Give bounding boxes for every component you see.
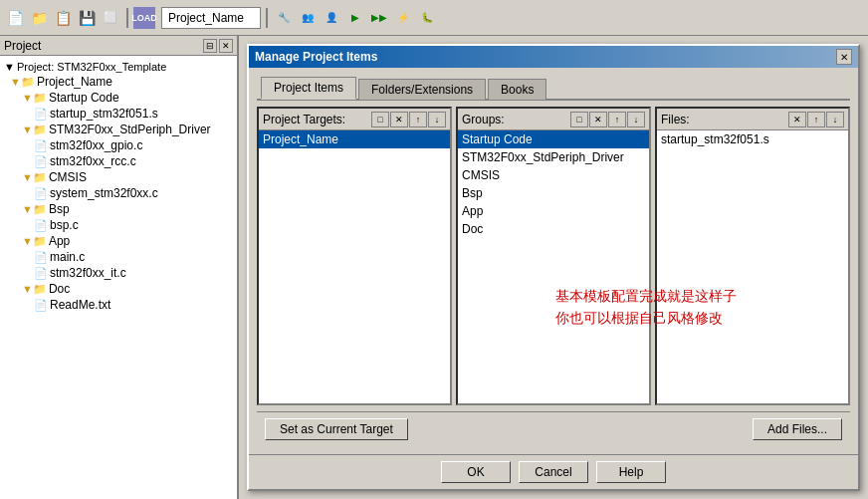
groups-icons: □ ✕ ↑ ↓	[570, 112, 645, 127]
cmsis-folder-icon: ▼📁	[22, 171, 47, 184]
tree-bsp-label: Bsp	[49, 202, 70, 216]
tree-startup-file-label: startup_stm32f051.s	[50, 107, 158, 121]
toolbar-icon-d[interactable]: ▶	[344, 7, 366, 29]
tree-item-readme[interactable]: 📄 ReadMe.txt	[2, 297, 235, 313]
tree-project-name-label: Project_Name	[37, 75, 112, 89]
groups-del-btn[interactable]: ✕	[589, 112, 607, 127]
tree-item-startup-file[interactable]: 📄 startup_stm32f051.s	[2, 106, 235, 122]
tree-bsp-c-label: bsp.c	[50, 218, 79, 232]
toolbar-icon-f[interactable]: ⚡	[392, 7, 414, 29]
add-files-button[interactable]: Add Files...	[753, 418, 842, 440]
help-button[interactable]: Help	[596, 461, 666, 483]
toolbar: 📄 📁 📋 💾 ⬜ LOAD Project_Name 🔧 👥 👤 ▶ ▶▶ ⚡…	[0, 0, 868, 36]
tree-item-root[interactable]: ▼ Project: STM32F0xx_Template	[2, 60, 235, 74]
ok-button[interactable]: OK	[441, 461, 511, 483]
groups-up-btn[interactable]: ↑	[608, 112, 626, 127]
tree-it-label: stm32f0xx_it.c	[50, 266, 126, 280]
footer-left: Set as Current Target	[265, 418, 408, 440]
tree-item-system[interactable]: 📄 system_stm32f0xx.c	[2, 185, 235, 201]
group-cmsis[interactable]: CMSIS	[458, 166, 649, 184]
tree-item-startup-code[interactable]: ▼📁 Startup Code	[2, 90, 235, 106]
tree-item-gpio[interactable]: 📄 stm32f0xx_gpio.c	[2, 137, 235, 153]
target-project-name[interactable]: Project_Name	[259, 130, 450, 148]
tree-item-doc[interactable]: ▼📁 Doc	[2, 281, 235, 297]
toolbar-save-icon[interactable]: 💾	[76, 7, 98, 29]
groups-title: Groups:	[462, 113, 505, 126]
toolbar-new-icon[interactable]: 📄	[4, 7, 26, 29]
tab-folders-extensions[interactable]: Folders/Extensions	[358, 79, 486, 101]
tab-books[interactable]: Books	[488, 79, 546, 101]
targets-del-btn[interactable]: ✕	[390, 112, 408, 127]
tree-item-rcc[interactable]: 📄 stm32f0xx_rcc.c	[2, 153, 235, 169]
toolbar-sep-2	[266, 8, 268, 28]
tree-root-label: Project: STM32F0xx_Template	[17, 61, 166, 73]
toolbar-icon-g[interactable]: 🐛	[416, 7, 438, 29]
groups-down-btn[interactable]: ↓	[627, 112, 645, 127]
project-targets-icons: □ ✕ ↑ ↓	[371, 112, 446, 127]
files-icons: ✕ ↑ ↓	[788, 112, 844, 127]
bsp-c-icon: 📄	[34, 219, 48, 232]
toolbar-icon-a[interactable]: 🔧	[273, 7, 295, 29]
tree-system-label: system_stm32f0xx.c	[50, 186, 158, 200]
toolbar-print-icon[interactable]: ⬜	[100, 7, 121, 29]
system-file-icon: 📄	[34, 187, 48, 200]
panel-close-btn[interactable]: ✕	[219, 39, 233, 53]
manage-project-dialog: Manage Project Items ✕ Project Items Fol…	[247, 44, 860, 491]
toolbar-icon-e[interactable]: ▶▶	[368, 7, 390, 29]
toolbar-copy-icon[interactable]: 📋	[52, 7, 74, 29]
group-doc[interactable]: Doc	[458, 220, 649, 238]
tree-startup-label: Startup Code	[49, 91, 119, 105]
project-targets-list: Project_Name	[259, 130, 450, 403]
files-up-btn[interactable]: ↑	[807, 112, 825, 127]
targets-down-btn[interactable]: ↓	[428, 112, 446, 127]
files-del-btn[interactable]: ✕	[788, 112, 806, 127]
targets-new-btn[interactable]: □	[371, 112, 389, 127]
cancel-button[interactable]: Cancel	[519, 461, 588, 483]
tree-item-cmsis[interactable]: ▼📁 CMSIS	[2, 169, 235, 185]
tree-item-app[interactable]: ▼📁 App	[2, 233, 235, 249]
panel-dock-btn[interactable]: ⊟	[203, 39, 217, 53]
targets-up-btn[interactable]: ↑	[409, 112, 427, 127]
gpio-file-icon: 📄	[34, 139, 48, 152]
dialog-close-button[interactable]: ✕	[836, 49, 852, 65]
tree-expand-icon: ▼	[4, 61, 15, 73]
tab-project-items[interactable]: Project Items	[261, 77, 356, 100]
group-startup-code[interactable]: Startup Code	[458, 130, 649, 148]
toolbar-open-icon[interactable]: 📁	[28, 7, 50, 29]
tree-main-label: main.c	[50, 250, 85, 264]
panel-controls: ⊟ ✕	[203, 39, 233, 53]
tree-item-stdperiph[interactable]: ▼📁 STM32F0xx_StdPeriph_Driver	[2, 122, 235, 137]
groups-list: Startup Code STM32F0xx_StdPeriph_Driver …	[458, 130, 649, 403]
stdperiph-folder-icon: ▼📁	[22, 124, 47, 136]
tree-stdperiph-label: STM32F0xx_StdPeriph_Driver	[49, 123, 211, 136]
dialog-content: Project Items Folders/Extensions Books P…	[249, 68, 858, 454]
set-current-target-button[interactable]: Set as Current Target	[265, 418, 408, 440]
tree-item-bsp[interactable]: ▼📁 Bsp	[2, 201, 235, 217]
group-bsp[interactable]: Bsp	[458, 184, 649, 202]
startup-folder-icon: ▼📁	[22, 92, 47, 105]
dialog-overlay: Manage Project Items ✕ Project Items Fol…	[239, 36, 868, 499]
file-startup-s[interactable]: startup_stm32f051.s	[657, 130, 848, 148]
toolbar-icon-b[interactable]: 👥	[297, 7, 319, 29]
tree-item-it[interactable]: 📄 stm32f0xx_it.c	[2, 265, 235, 281]
files-down-btn[interactable]: ↓	[826, 112, 844, 127]
tree-item-bsp-c[interactable]: 📄 bsp.c	[2, 217, 235, 233]
doc-folder-icon: ▼📁	[22, 283, 47, 296]
tree-item-project-name[interactable]: ▼📁 Project_Name	[2, 74, 235, 90]
group-app[interactable]: App	[458, 202, 649, 220]
project-panel-title: Project	[4, 39, 41, 53]
tree-item-main[interactable]: 📄 main.c	[2, 249, 235, 265]
group-stdperiph[interactable]: STM32F0xx_StdPeriph_Driver	[458, 148, 649, 166]
startup-file-icon: 📄	[34, 108, 48, 121]
toolbar-project-name[interactable]: Project_Name	[161, 7, 261, 29]
toolbar-icon-c[interactable]: 👤	[321, 7, 342, 29]
toolbar-sep-1	[126, 8, 128, 28]
readme-icon: 📄	[34, 299, 48, 312]
tree-app-label: App	[49, 234, 70, 248]
toolbar-load-icon[interactable]: LOAD	[133, 7, 155, 29]
main-file-icon: 📄	[34, 251, 48, 264]
app-folder-icon: ▼📁	[22, 235, 47, 248]
toolbar-project-name-area: Project_Name	[161, 7, 261, 29]
groups-new-btn[interactable]: □	[570, 112, 588, 127]
bsp-folder-icon: ▼📁	[22, 203, 47, 216]
